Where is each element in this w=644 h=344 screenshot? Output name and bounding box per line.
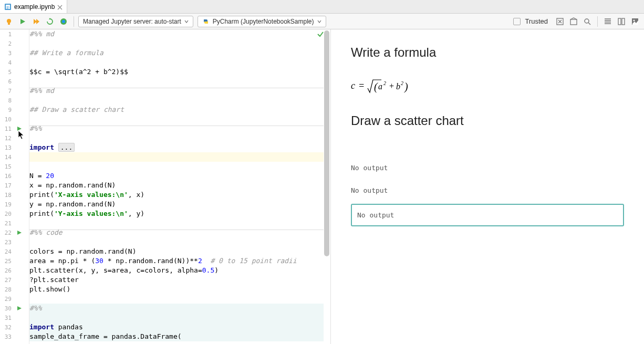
- scrollbar-thumb[interactable]: [324, 30, 329, 256]
- line-number: 13: [0, 144, 14, 151]
- line-number: 10: [0, 116, 14, 123]
- code-area[interactable]: #%% md## Write a formula$$c = \sqrt(a^2 …: [29, 29, 330, 344]
- code-line[interactable]: plt.scatter(x, y, s=area, c=colors, alph…: [29, 266, 219, 275]
- close-tab-icon[interactable]: [57, 4, 63, 9]
- svg-rect-8: [570, 19, 577, 25]
- output-text: No output: [357, 211, 618, 219]
- line-number: 33: [0, 333, 14, 340]
- run-cell-icon[interactable]: [17, 126, 23, 132]
- view-preview-button[interactable]: [629, 16, 641, 27]
- line-number: 29: [0, 296, 14, 303]
- gutter-line: 30: [0, 304, 29, 313]
- trusted-checkbox[interactable]: [513, 18, 521, 25]
- code-line[interactable]: #%%: [29, 124, 41, 133]
- code-line[interactable]: #%% md: [29, 29, 54, 39]
- check-icon: [317, 30, 324, 39]
- server-dropdown[interactable]: Managed Jupyter server: auto-start: [78, 16, 193, 27]
- code-editor[interactable]: 1234567891011121314151617181920212223242…: [0, 29, 331, 344]
- cell-separator: [29, 126, 324, 126]
- code-line[interactable]: #%% code: [29, 228, 63, 237]
- code-line[interactable]: ## Write a formula: [29, 48, 103, 58]
- gutter-line: 33: [0, 332, 29, 341]
- code-line[interactable]: #%%: [29, 304, 324, 313]
- toolbar: Managed Jupyter server: auto-start PyCha…: [0, 14, 644, 29]
- line-number: 2: [0, 40, 14, 47]
- line-number: 15: [0, 163, 14, 170]
- code-line[interactable]: colors = np.random.rand(N): [29, 247, 137, 256]
- gutter-line: 15: [0, 162, 29, 171]
- bulb-icon[interactable]: [3, 16, 15, 27]
- file-tab[interactable]: jp example.ipynb: [0, 0, 67, 13]
- code-line[interactable]: y = np.random.rand(N): [29, 200, 116, 209]
- run-cell-button[interactable]: [17, 16, 28, 27]
- gutter-line: 1: [0, 29, 29, 39]
- toolbar-separator: [74, 16, 74, 27]
- server-label: Managed Jupyter server: auto-start: [83, 18, 181, 25]
- svg-point-3: [7, 19, 11, 23]
- gutter-line: 8: [0, 96, 29, 105]
- gutter-line: 20: [0, 209, 29, 218]
- gutter-line: 16: [0, 171, 29, 181]
- variables-button[interactable]: [58, 16, 69, 27]
- restart-kernel-button[interactable]: [44, 16, 56, 27]
- line-number: 31: [0, 315, 14, 321]
- code-line[interactable]: x = np.random.rand(N): [29, 181, 116, 190]
- code-line[interactable]: ## Draw a scatter chart: [29, 105, 124, 114]
- interpreter-dropdown[interactable]: PyCharm (JupyterNotebookSample): [198, 16, 326, 27]
- code-line[interactable]: [29, 313, 324, 322]
- line-number: 7: [0, 88, 14, 95]
- svg-point-9: [585, 19, 589, 23]
- gutter-line: 22: [0, 228, 29, 237]
- code-line[interactable]: print('X-axis values:\n', x): [29, 190, 144, 200]
- line-number: 22: [0, 230, 14, 236]
- run-all-button[interactable]: [30, 16, 42, 27]
- output-cell: No output: [351, 179, 624, 202]
- view-list-button[interactable]: [602, 16, 614, 27]
- code-line[interactable]: [29, 152, 324, 162]
- clear-output-button[interactable]: [568, 16, 579, 27]
- run-cell-icon[interactable]: [17, 305, 23, 311]
- line-number: 28: [0, 286, 14, 293]
- gutter-line: 28: [0, 285, 29, 294]
- code-line[interactable]: ?plt.scatter: [29, 275, 79, 285]
- code-line[interactable]: area = np.pi * (30 * np.random.rand(N))*…: [29, 256, 297, 266]
- line-number: 32: [0, 324, 14, 331]
- line-number: 1: [0, 31, 14, 38]
- gutter-line: 21: [0, 218, 29, 228]
- gutter-line: 5: [0, 67, 29, 77]
- toggle-output-button[interactable]: [554, 16, 566, 27]
- svg-point-6: [62, 20, 65, 23]
- view-split-button[interactable]: [616, 16, 627, 27]
- gutter-line: 11: [0, 124, 29, 133]
- code-line[interactable]: #%% md: [29, 86, 54, 96]
- cell-separator: [29, 88, 324, 88]
- gutter-line: 18: [0, 190, 29, 200]
- code-line[interactable]: sample_data_frame = pandas.DataFrame(: [29, 332, 324, 341]
- gutter-line: 3: [0, 48, 29, 58]
- code-line[interactable]: N = 20: [29, 171, 54, 181]
- svg-rect-10: [618, 18, 621, 25]
- line-number: 12: [0, 135, 14, 142]
- run-cell-icon[interactable]: [17, 230, 23, 236]
- preview-heading-scatter: Draw a scatter chart: [351, 113, 624, 128]
- gutter-line: 29: [0, 294, 29, 304]
- selected-output-cell[interactable]: No output: [351, 204, 624, 226]
- line-number: 16: [0, 173, 14, 180]
- code-line[interactable]: $$c = \sqrt(a^2 + b^2)$$: [29, 67, 128, 77]
- svg-rect-11: [622, 18, 625, 25]
- svg-rect-4: [8, 23, 10, 25]
- preview-heading-formula: Write a formula: [351, 45, 624, 60]
- code-line[interactable]: print('Y-axis values:\n', y): [29, 209, 144, 218]
- toolbar-separator: [597, 16, 598, 27]
- line-number: 27: [0, 277, 14, 284]
- code-line[interactable]: import pandas: [29, 322, 324, 332]
- line-number: 18: [0, 192, 14, 199]
- gutter: 1234567891011121314151617181920212223242…: [0, 29, 29, 344]
- code-line[interactable]: import ...: [29, 143, 75, 152]
- code-line[interactable]: plt.show(): [29, 285, 70, 294]
- line-number: 20: [0, 211, 14, 217]
- trusted-label: Trusted: [525, 17, 548, 25]
- inspect-button[interactable]: [581, 16, 593, 27]
- line-number: 17: [0, 182, 14, 189]
- gutter-line: 24: [0, 247, 29, 256]
